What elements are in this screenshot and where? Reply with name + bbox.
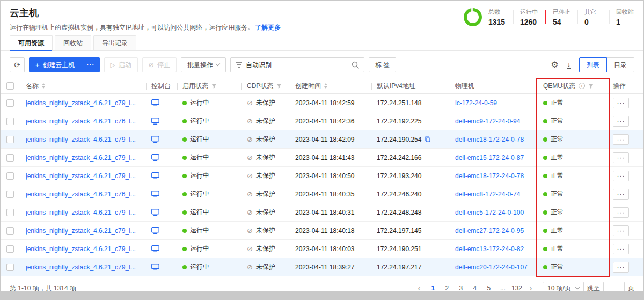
row-actions-button[interactable]: ··· [613,98,629,108]
sort-icon[interactable] [324,83,327,89]
created-time-cell: 2023-04-11 18:42:09 [290,136,371,143]
host-link[interactable]: dell-emc20-172-24-0-107 [455,264,528,271]
row-actions-button[interactable]: ··· [613,262,629,273]
host-link[interactable]: dell-emc8-172-24-0-74 [455,191,520,198]
vm-name-link[interactable]: jenkins_nightly_zstack_4.6.21_c79_l... [26,227,136,235]
host-link[interactable]: lc-172-24-0-59 [455,99,497,107]
row-checkbox[interactable] [6,227,14,235]
filter-lines-icon[interactable] [236,62,242,68]
console-icon[interactable] [151,209,159,216]
refresh-button[interactable]: ⟳ [10,57,25,72]
row-actions-button[interactable]: ··· [613,189,629,200]
console-icon[interactable] [151,172,159,179]
vm-name-link[interactable]: jenkins_nightly_zstack_4.6.21_c76_l... [26,191,136,198]
tab-export-records[interactable]: 导出记录 [93,35,136,50]
vm-name-link[interactable]: jenkins_nightly_zstack_4.6.21_c79_l... [26,172,136,180]
row-actions-button[interactable]: ··· [613,116,629,127]
row-actions-button[interactable]: ··· [613,207,629,218]
filter-icon[interactable] [588,84,594,89]
host-link[interactable]: dell-emc5-172-24-0-100 [455,209,524,216]
vm-name-link[interactable]: jenkins_nightly_zstack_4.6.21_c79_l... [26,209,136,216]
copy-icon[interactable] [425,136,430,142]
tab-available-resources[interactable]: 可用资源 [10,35,53,50]
row-checkbox[interactable] [6,191,14,198]
column-header-created-time[interactable]: 创建时间 [290,78,371,93]
pager-page[interactable]: 3 [456,282,466,291]
prev-page-button[interactable]: ‹ [414,282,425,291]
row-checkbox[interactable] [6,245,14,253]
search-input[interactable]: 自动识别 [230,57,364,72]
filter-icon[interactable] [211,84,217,89]
jump-page-input[interactable] [603,282,625,291]
row-actions-button[interactable]: ··· [613,244,629,254]
qemu-status-dot-icon [543,101,547,105]
console-icon[interactable] [151,136,159,143]
sort-icon[interactable] [42,83,45,89]
row-actions-button[interactable]: ··· [613,225,629,236]
tab-recycle-bin[interactable]: 回收站 [55,35,91,50]
console-icon[interactable] [151,227,159,234]
ip-text: 172.24.190.251 [377,245,421,253]
row-actions-button[interactable]: ··· [613,134,629,145]
pager-page[interactable]: 4 [470,282,480,291]
learn-more-link[interactable]: 了解更多 [255,24,281,31]
host-link[interactable]: dell-emc15-172-24-0-87 [455,154,524,162]
pager-page[interactable]: 132 [511,282,522,291]
create-more-button[interactable]: ··· [82,57,100,72]
row-checkbox[interactable] [6,154,14,162]
select-all-checkbox[interactable] [6,82,14,90]
host-link[interactable]: dell-emc13-172-24-0-82 [455,245,524,253]
host-cell: dell-emc8-172-24-0-74 [450,191,538,198]
row-checkbox[interactable] [6,209,14,216]
qemu-state-cell: 正常 [538,208,608,217]
tag-button[interactable]: 标 签 [369,57,396,72]
console-icon[interactable] [151,154,159,161]
vm-name-link[interactable]: jenkins_nightly_zstack_4.6.21_c79_l... [26,245,136,253]
row-checkbox[interactable] [6,172,14,180]
row-checkbox[interactable] [6,118,14,125]
console-icon[interactable] [151,191,159,197]
search-mode-selector[interactable]: 自动识别 [246,61,272,70]
settings-gear-icon[interactable]: ⚙ [551,61,558,69]
view-catalog-button[interactable]: 目录 [606,57,634,72]
filter-icon[interactable] [276,84,282,89]
row-actions-button[interactable]: ··· [613,171,629,181]
console-icon[interactable] [151,264,159,270]
vm-name-link[interactable]: jenkins_nightly_zstack_4.6.21_c79_l... [26,99,136,107]
row-checkbox[interactable] [6,136,14,143]
view-list-button[interactable]: 列表 [579,57,607,72]
row-checkbox[interactable] [6,264,14,271]
qemu-status-dot-icon [543,265,547,269]
stop-button[interactable]: ⊘停止 [142,57,177,72]
host-link[interactable]: dell-emc27-172-24-0-95 [455,227,524,235]
search-icon[interactable] [352,61,359,69]
toolbar: ⟳ +创建云主机 ··· ▷启动 ⊘停止 批量操作 自动识别 标 签 ⚙ ↓ 列… [1,51,643,78]
console-icon[interactable] [151,245,159,252]
table-row: jenkins_nightly_zstack_4.6.21_c76_l...运行… [1,185,643,203]
pager-page[interactable]: 1 [428,282,438,291]
cdp-state-text: 未保护 [256,189,275,199]
download-icon[interactable]: ↓ [567,61,572,69]
ip-cell: 172.24.246.240 [371,191,450,198]
row-checkbox[interactable] [6,99,14,107]
column-header-name[interactable]: 名称 [26,78,146,93]
host-link[interactable]: dell-emc9-172-24-0-94 [455,118,520,125]
create-vm-button[interactable]: +创建云主机 [29,57,82,72]
pager-page[interactable]: 2 [442,282,452,291]
vm-name-link[interactable]: jenkins_nightly_zstack_4.6.21_c79_l... [26,264,136,271]
batch-actions-button[interactable]: 批量操作 [181,57,226,72]
pager-page[interactable]: 5 [484,282,494,291]
host-link[interactable]: dell-emc18-172-24-0-78 [455,172,524,180]
page-size-select[interactable]: 10 项/页 [543,282,584,291]
vm-name-link[interactable]: jenkins_nightly_zstack_4.6.21_c76_l... [26,118,136,125]
host-link[interactable]: dell-emc18-172-24-0-78 [455,136,524,143]
info-icon[interactable]: i [579,83,585,89]
console-icon[interactable] [151,118,159,125]
vm-name-link[interactable]: jenkins_nightly_zstack_4.6.21_c79_l... [26,154,136,162]
row-actions-button[interactable]: ··· [613,152,629,163]
next-page-button[interactable]: › [525,282,536,291]
start-button[interactable]: ▷启动 [104,57,138,72]
qemu-state-cell: 正常 [538,116,608,126]
console-icon[interactable] [151,99,159,106]
vm-name-link[interactable]: jenkins_nightly_zstack_4.6.21_c79_l... [26,136,136,143]
